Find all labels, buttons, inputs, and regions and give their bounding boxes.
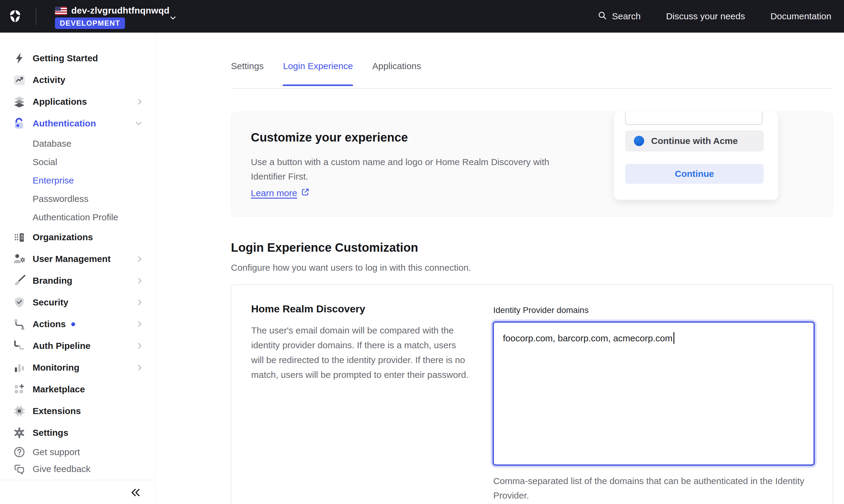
textarea-value: foocorp.com, barcorp.com, acmecorp.com (503, 333, 672, 343)
sidebar-item-auth-pipeline[interactable]: Auth Pipeline (0, 335, 156, 357)
sidebar-item-organizations[interactable]: Organizations (0, 226, 156, 248)
sidebar-item-label: User Management (33, 254, 110, 264)
sidebar-item-label: Marketplace (33, 384, 85, 394)
chip-icon (13, 404, 26, 418)
main-content: Settings Login Experience Applications C… (156, 33, 844, 504)
documentation-link[interactable]: Documentation (770, 11, 831, 21)
sidebar-item-user-management[interactable]: User Management (0, 248, 156, 270)
sidebar-item-label: Passwordless (33, 194, 88, 204)
preview-email-input (625, 112, 762, 125)
collapse-sidebar-button[interactable] (129, 486, 142, 500)
tab-login-experience[interactable]: Login Experience (283, 61, 353, 86)
external-link-icon (301, 187, 310, 199)
sidebar-item-passwordless[interactable]: Passwordless (0, 190, 156, 208)
sidebar-item-social[interactable]: Social (0, 153, 156, 171)
customize-card-title: Customize your experience (251, 131, 408, 144)
sidebar-item-label: Enterprise (33, 175, 74, 186)
sidebar-footer-divider (0, 480, 156, 480)
page-root: dev-zlvgrudhtfnqnwqd DEVELOPMENT Search … (0, 0, 844, 504)
sidebar-item-authentication[interactable]: Authentication (0, 112, 156, 134)
sidebar-item-label: Monitoring (33, 362, 79, 373)
sidebar-item-label: Authentication Profile (33, 212, 118, 222)
flow-icon (13, 318, 26, 331)
discuss-your-needs-link[interactable]: Discuss your needs (666, 11, 745, 21)
tabs-separator (231, 88, 833, 89)
sidebar-item-label: Authentication (33, 118, 96, 129)
top-bar: dev-zlvgrudhtfnqnwqd DEVELOPMENT Search … (0, 0, 844, 33)
sidebar-item-label: Get support (33, 447, 80, 457)
preview-continue-button: Continue (625, 164, 764, 184)
auth0-logo-icon[interactable] (8, 9, 22, 23)
sidebar-item-label: Actions (33, 319, 66, 329)
sidebar-item-get-support[interactable]: Get support (0, 444, 156, 461)
text-caret (674, 332, 675, 344)
domains-helper-text: Comma-separated list of the domains that… (493, 474, 834, 503)
grid-plus-icon (13, 383, 26, 396)
sidebar-item-branding[interactable]: Branding (0, 270, 156, 291)
help-circle-icon (13, 446, 26, 459)
chevron-down-icon (169, 16, 176, 22)
sidebar-item-database[interactable]: Database (0, 134, 156, 153)
sidebar-nav-list: Getting StartedActivityApplicationsAuthe… (0, 48, 156, 478)
pipeline-icon (13, 339, 26, 353)
shield-check-icon (13, 296, 26, 309)
sidebar-item-activity[interactable]: Activity (0, 69, 156, 91)
chevron-right-icon (137, 364, 142, 371)
sidebar-item-getting-started[interactable]: Getting Started (0, 48, 156, 69)
us-flag-icon (55, 7, 67, 15)
login-preview-panel: Continue with Acme Continue (614, 112, 778, 200)
sidebar-item-label: Social (33, 157, 57, 167)
home-realm-discovery-title: Home Realm Discovery (251, 303, 365, 315)
feedback-icon (13, 462, 26, 475)
tab-applications[interactable]: Applications (372, 61, 421, 86)
bolt-icon (13, 52, 26, 65)
layers-icon (13, 95, 26, 108)
tab-settings[interactable]: Settings (231, 61, 264, 86)
user-gear-icon (13, 252, 26, 266)
tenant-name: dev-zlvgrudhtfnqnwqd (71, 5, 169, 16)
bar-chart-icon (13, 361, 26, 374)
sidebar-item-authentication-profile[interactable]: Authentication Profile (0, 208, 156, 226)
customize-card-description: Use a button with a custom name and logo… (251, 155, 580, 184)
brush-icon (13, 274, 26, 287)
section-subtitle: Configure how you want users to log in w… (231, 263, 471, 273)
sidebar-item-security[interactable]: Security (0, 291, 156, 313)
acme-logo-icon (634, 136, 644, 146)
search-icon (597, 10, 608, 23)
sidebar-item-extensions[interactable]: Extensions (0, 400, 156, 422)
learn-more-link[interactable]: Learn more (251, 187, 310, 199)
section-title: Login Experience Customization (231, 241, 418, 254)
new-indicator-dot (71, 322, 75, 326)
sidebar-item-enterprise[interactable]: Enterprise (0, 171, 156, 190)
chevron-right-icon (137, 321, 142, 328)
sidebar-item-applications[interactable]: Applications (0, 91, 156, 112)
sidebar-item-marketplace[interactable]: Marketplace (0, 378, 156, 400)
chevron-right-icon (137, 277, 142, 284)
chevron-right-icon (137, 299, 142, 306)
chevron-double-left-icon (131, 492, 140, 498)
sidebar-item-label: Activity (33, 75, 65, 85)
chevron-right-icon (137, 98, 142, 105)
preview-provider-button: Continue with Acme (625, 130, 764, 151)
chevron-right-icon (137, 342, 142, 349)
sidebar-item-settings[interactable]: Settings (0, 422, 156, 444)
sidebar-item-label: Branding (33, 275, 72, 286)
sidebar-item-label: Getting Started (33, 53, 98, 64)
gear-icon (13, 426, 26, 439)
organizations-icon (13, 231, 26, 244)
home-realm-discovery-description: The user's email domain will be compared… (251, 323, 470, 382)
lock-open-icon (13, 117, 26, 130)
sidebar-item-label: Security (33, 297, 68, 308)
sidebar-item-give-feedback[interactable]: Give feedback (0, 461, 156, 478)
sidebar-item-label: Auth Pipeline (33, 341, 91, 351)
sidebar-item-label: Give feedback (33, 464, 91, 474)
sidebar-item-actions[interactable]: Actions (0, 313, 156, 335)
environment-badge: DEVELOPMENT (55, 18, 125, 29)
chevron-down-icon (135, 121, 142, 126)
sidebar-item-label: Organizations (33, 232, 93, 242)
identity-provider-domains-textarea[interactable]: foocorp.com, barcorp.com, acmecorp.com (492, 321, 815, 466)
activity-icon (13, 73, 26, 87)
sidebar-item-monitoring[interactable]: Monitoring (0, 357, 156, 378)
search-button[interactable]: Search (597, 10, 641, 23)
identity-provider-domains-label: Identity Provider domains (493, 305, 589, 315)
